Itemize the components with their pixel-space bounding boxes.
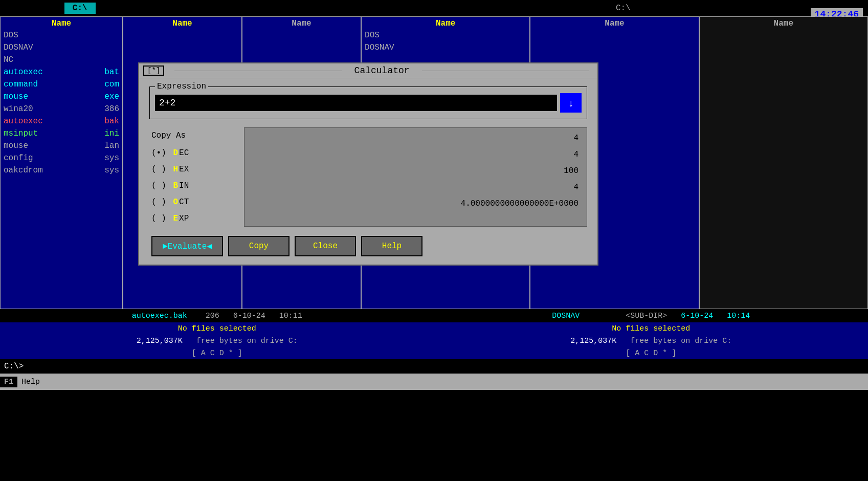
file-name: DOS [4,29,18,41]
hex-result: 4 [253,146,578,163]
list-item[interactable]: msinput ini [2,127,121,140]
col6-panel-header: Name [701,18,866,29]
col6-panel: Name [699,16,868,309]
dec-option[interactable]: (•) DEC [151,145,242,161]
right-free-bytes: 2,125,037K free bytes on drive C: [434,337,869,345]
file-ext: com [104,78,119,91]
file-ext: sys [104,164,119,177]
col4-panel-header: Name [363,18,528,29]
right-date: 6-10-24 [681,312,713,320]
oct-option[interactable]: ( ) OCT [151,194,242,210]
file-name: DOSNAV [4,41,33,54]
exp-radio: ( ) [151,210,166,227]
file-ext: exe [104,91,119,103]
file-ext: ini [104,127,119,140]
file-name: DOS [365,29,380,41]
left-panel-tab[interactable]: C:\ [0,3,160,14]
free-bytes-bar: 2,125,037K free bytes on drive C: 2,125,… [0,335,868,347]
hex-option[interactable]: ( ) HEX [151,161,242,178]
prompt-text: C:\> [4,362,24,371]
list-item[interactable]: DOS [363,29,528,41]
file-name: mouse [4,91,28,103]
expression-input[interactable] [155,95,557,111]
calculator-titlebar: [*] Calculator [139,63,597,78]
expression-dropdown-button[interactable]: ↓ [560,93,582,113]
right-drives[interactable]: [ A C D * ] [434,349,869,358]
left-panel-files: DOS DOSNAV NC autoexec bat command com m… [2,29,121,308]
list-item[interactable]: command com [2,78,121,91]
file-ext: bak [104,115,119,127]
list-item[interactable]: DOSNAV [2,41,121,54]
drives-bar: [ A C D * ] [ A C D * ] [0,347,868,359]
col2-panel-header: Name [124,18,240,29]
exp-option[interactable]: ( ) EXP [151,210,242,227]
exp-key: E [173,210,178,227]
list-item[interactable]: autoexec bak [2,115,121,127]
bin-key: B [173,178,178,194]
right-dir: DOSNAV [552,312,580,320]
right-type: <SUB-DIR> [626,312,667,320]
file-name: wina20 [4,103,33,115]
expression-label: Expression [155,82,208,91]
list-item[interactable]: DOSNAV [363,41,528,54]
copy-button[interactable]: Copy [228,236,290,256]
oct-radio: ( ) [151,194,166,210]
list-item[interactable]: wina20 386 [2,103,121,115]
list-item[interactable]: mouse lan [2,140,121,152]
calc-close-button[interactable]: [*] [143,65,164,76]
left-file-name: autoexec.bak [132,312,187,320]
copy-as-title: Copy As [151,127,242,144]
file-name: config [4,152,33,164]
file-info-bar: autoexec.bak 206 6-10-24 10:11 DOSNAV <S… [0,309,868,322]
right-tab-label: C:\ [616,4,631,13]
oct-key: O [173,194,178,210]
evaluate-button[interactable]: ►Evaluate◀ [151,236,223,256]
left-panel: Name DOS DOSNAV NC autoexec bat command … [0,16,123,309]
file-name: oakcdrom [4,164,43,177]
file-name: msinput [4,127,38,140]
list-item[interactable]: mouse exe [2,91,121,103]
file-name: DOSNAV [365,41,394,54]
file-name: mouse [4,140,28,152]
left-file-time: 10:11 [279,312,302,320]
help-bar: F1 Help [0,374,868,390]
dec-radio: (•) [151,145,166,161]
list-item[interactable]: config sys [2,152,121,164]
calculator-title: Calculator [346,65,418,76]
left-file-size: 206 [206,312,219,320]
selected-bar: No files selected No files selected [0,322,868,335]
left-tab-label: C:\ [64,3,96,14]
left-file-date: 6-10-24 [233,312,265,320]
dec-result: 4 [253,130,578,146]
left-free-bytes: 2,125,037K free bytes on drive C: [0,337,434,345]
left-panel-header: Name [2,18,121,29]
col3-panel-header: Name [243,18,360,29]
command-prompt-bar: C:\> [0,359,868,374]
dec-key: D [173,145,178,161]
hex-key: H [173,161,178,178]
calculator-dialog: [*] Calculator Expression ↓ [138,62,598,266]
file-name: autoexec [4,66,43,78]
results-box: 4 4 100 4 4.0000000000000000E+0000 [244,127,587,227]
bin-radio: ( ) [151,178,166,194]
list-item[interactable]: autoexec bat [2,66,121,78]
file-name: NC [4,54,13,66]
close-button[interactable]: Close [295,236,356,256]
copy-as-section: Copy As (•) DEC ( ) HEX ( ) [149,127,244,227]
file-ext: sys [104,152,119,164]
list-item[interactable]: DOS [2,29,121,41]
file-ext: 386 [104,103,119,115]
file-name: command [4,78,38,91]
bin-option[interactable]: ( ) BIN [151,178,242,194]
oct-result: 4 [253,179,578,195]
list-item[interactable]: NC [2,54,121,66]
help-key-badge: F1 [0,377,17,387]
right-selected-label: No files selected [434,324,869,333]
help-button[interactable]: Help [361,236,422,256]
list-item[interactable]: oakcdrom sys [2,164,121,177]
left-selected-label: No files selected [0,324,434,333]
file-ext: bat [104,66,119,78]
right-time: 10:14 [727,312,750,320]
exp-result: 4.0000000000000000E+0000 [253,195,578,212]
left-drives[interactable]: [ A C D * ] [0,349,434,358]
